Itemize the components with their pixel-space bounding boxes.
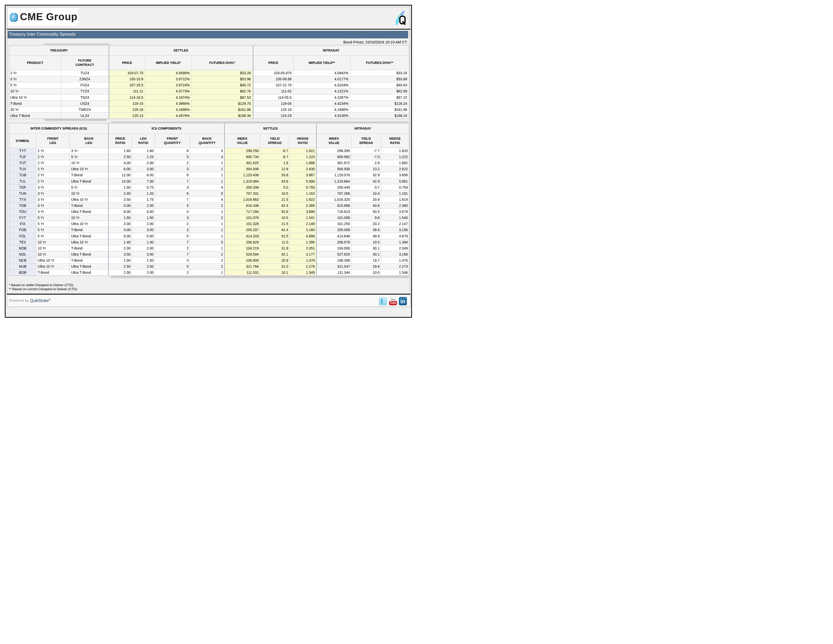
svg-text:t: t bbox=[381, 297, 383, 305]
svg-text:Tube: Tube bbox=[390, 301, 396, 304]
svg-text:You: You bbox=[391, 298, 396, 301]
svg-text:in: in bbox=[400, 298, 405, 304]
